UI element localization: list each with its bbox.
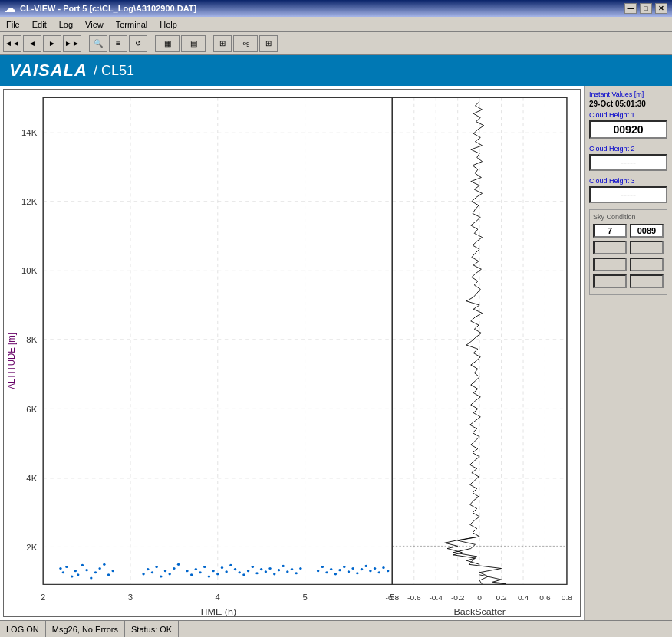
svg-point-49 xyxy=(59,567,61,570)
menu-terminal[interactable]: Terminal xyxy=(113,18,151,31)
svg-point-66 xyxy=(155,566,157,568)
svg-point-89 xyxy=(260,568,262,570)
timestamp: 29-Oct 05:01:30 xyxy=(589,100,667,108)
svg-point-82 xyxy=(229,564,232,566)
svg-text:2K: 2K xyxy=(26,543,38,551)
svg-text:0.6: 0.6 xyxy=(539,594,551,603)
svg-point-68 xyxy=(164,570,166,572)
svg-point-55 xyxy=(81,564,84,566)
svg-text:0.2: 0.2 xyxy=(496,594,506,603)
svg-point-51 xyxy=(65,566,68,568)
menu-bar: File Edit Log View Terminal Help xyxy=(0,17,672,32)
svg-point-109 xyxy=(361,568,363,570)
toolbar-btn-5[interactable]: ≡ xyxy=(109,35,127,52)
svg-text:10K: 10K xyxy=(21,267,38,275)
svg-point-102 xyxy=(330,568,332,570)
menu-edit[interactable]: Edit xyxy=(29,18,50,31)
menu-help[interactable]: Help xyxy=(156,18,180,31)
svg-point-73 xyxy=(190,573,193,576)
svg-point-114 xyxy=(382,566,384,569)
toolbar-btn-9[interactable]: ⊞ xyxy=(213,35,232,52)
main-content: ALTITUDE [m] 14K 12K 10K 8K 6K 4K xyxy=(0,86,672,620)
svg-text:0.8: 0.8 xyxy=(562,594,573,603)
menu-log[interactable]: Log xyxy=(56,18,76,31)
toolbar-btn-8[interactable]: ▤ xyxy=(181,35,206,52)
message-status: Msg26, No Errors xyxy=(46,621,125,637)
cloud-height-1-value: 00920 xyxy=(589,120,667,139)
svg-point-62 xyxy=(112,570,114,572)
sky-condition-group: Sky Condition 7 0089 xyxy=(589,209,667,295)
svg-point-104 xyxy=(338,569,341,571)
ok-status: Status: OK xyxy=(125,621,179,637)
svg-point-71 xyxy=(177,563,180,566)
svg-text:2: 2 xyxy=(41,593,45,602)
svg-point-76 xyxy=(203,566,206,568)
status-bar: LOG ON Msg26, No Errors Status: OK xyxy=(0,620,672,637)
svg-point-85 xyxy=(242,573,245,576)
svg-point-81 xyxy=(225,570,227,573)
log-on-status: LOG ON xyxy=(0,621,46,637)
svg-point-50 xyxy=(62,571,64,573)
cloud-height-3-label: Cloud Height 3 xyxy=(589,177,667,185)
svg-point-94 xyxy=(282,565,284,567)
sky-value-1: 7 xyxy=(593,224,627,238)
toolbar-btn-6[interactable]: ↺ xyxy=(129,35,147,52)
svg-point-77 xyxy=(208,575,210,577)
svg-point-87 xyxy=(252,566,254,568)
svg-point-72 xyxy=(186,570,188,572)
svg-point-107 xyxy=(351,567,354,570)
svg-point-57 xyxy=(90,576,92,579)
chart-svg: ALTITUDE [m] 14K 12K 10K 8K 6K 4K xyxy=(4,90,580,616)
svg-text:-0.2: -0.2 xyxy=(451,594,465,603)
maximize-button[interactable]: □ xyxy=(640,3,652,14)
svg-point-88 xyxy=(255,572,258,574)
svg-point-56 xyxy=(85,569,87,571)
vaisala-model: / CL51 xyxy=(94,63,134,79)
svg-text:TIME (h): TIME (h) xyxy=(199,606,236,616)
svg-text:0: 0 xyxy=(477,594,482,603)
svg-point-98 xyxy=(299,567,301,570)
toolbar: ◄◄ ◄ ► ►► 🔍 ≡ ↺ ▦ ▤ ⊞ log ⊞ xyxy=(0,32,672,55)
svg-point-74 xyxy=(195,568,197,570)
svg-point-106 xyxy=(348,570,350,573)
toolbar-btn-1[interactable]: ◄◄ xyxy=(3,35,21,52)
toolbar-btn-2[interactable]: ◄ xyxy=(23,35,41,52)
svg-text:0.4: 0.4 xyxy=(518,594,529,603)
y-axis-label: ALTITUDE [m] xyxy=(5,333,17,389)
svg-text:6K: 6K xyxy=(26,405,38,413)
svg-text:-0.4: -0.4 xyxy=(429,594,443,603)
toolbar-btn-4[interactable]: ►► xyxy=(63,35,81,52)
svg-point-103 xyxy=(334,573,337,575)
svg-point-113 xyxy=(378,571,380,573)
svg-text:5: 5 xyxy=(302,593,307,602)
cloud-height-1-label: Cloud Height 1 xyxy=(589,111,667,119)
svg-point-83 xyxy=(234,568,236,570)
menu-view[interactable]: View xyxy=(82,18,107,31)
sky-empty-6 xyxy=(630,274,664,288)
vaisala-header: VAISALA / CL51 xyxy=(0,55,672,86)
svg-point-92 xyxy=(273,573,275,575)
svg-point-90 xyxy=(265,570,267,573)
svg-point-59 xyxy=(98,567,100,570)
svg-point-93 xyxy=(278,569,280,571)
toolbar-btn-7[interactable]: ▦ xyxy=(155,35,180,52)
minimize-button[interactable]: — xyxy=(624,3,637,14)
svg-point-84 xyxy=(239,571,241,573)
svg-point-86 xyxy=(247,570,249,572)
toolbar-btn-zoom[interactable]: 🔍 xyxy=(89,35,107,52)
svg-point-80 xyxy=(221,566,223,569)
svg-text:12K: 12K xyxy=(21,197,38,205)
close-button[interactable]: ✕ xyxy=(655,3,667,14)
svg-point-97 xyxy=(295,572,297,574)
svg-text:-0.6: -0.6 xyxy=(407,594,421,603)
title-bar: ☁ CL-VIEW - Port 5 [c:\CL_Log\A3102900.D… xyxy=(0,0,672,17)
menu-file[interactable]: File xyxy=(3,18,23,31)
svg-point-79 xyxy=(216,573,219,575)
svg-point-78 xyxy=(212,570,214,572)
sky-empty-1 xyxy=(593,241,627,254)
toolbar-btn-log[interactable]: log xyxy=(233,35,258,52)
toolbar-btn-3[interactable]: ► xyxy=(43,35,61,52)
svg-point-54 xyxy=(77,573,79,576)
side-panel: Instant Values [m] 29-Oct 05:01:30 Cloud… xyxy=(584,86,672,620)
toolbar-btn-grid[interactable]: ⊞ xyxy=(259,35,278,52)
